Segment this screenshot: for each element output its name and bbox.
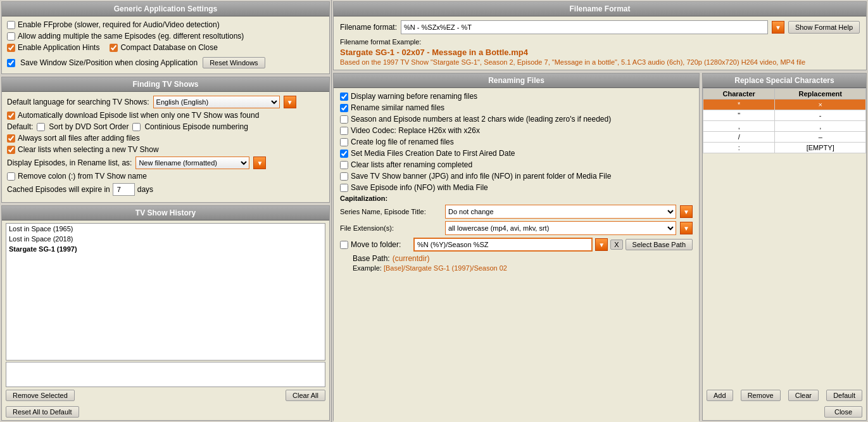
default-label: Default: (7, 122, 33, 131)
app-hints-checkbox[interactable] (7, 44, 15, 52)
move-clear-x-button[interactable]: X (610, 240, 622, 250)
display-dropdown-arrow[interactable]: ▼ (253, 157, 266, 169)
auto-download-label: Automatically download Episode list when… (18, 111, 259, 120)
history-item-1[interactable]: Lost in Space (2018) (6, 234, 325, 244)
char-header: Character (703, 89, 775, 99)
lang-label: Default language for searching TV Shows: (7, 98, 149, 106)
history-empty-area (6, 362, 325, 387)
rename-similar-checkbox[interactable] (340, 104, 348, 112)
display-episodes-select[interactable]: New filename (formatted) (135, 157, 249, 169)
ffprobe-checkbox[interactable] (7, 21, 15, 29)
days-label: days (137, 185, 153, 194)
lang-dropdown-arrow[interactable]: ▼ (284, 96, 296, 108)
file-ext-select[interactable]: all lowercase (mp4, avi, mkv, srt) (445, 221, 676, 235)
set-media-date-checkbox[interactable] (340, 150, 348, 158)
create-log-checkbox[interactable] (340, 138, 348, 146)
series-name-dropdown-arrow[interactable]: ▼ (680, 205, 693, 218)
replace-buttons-row: Add Remove Clear Default (703, 387, 866, 404)
base-path-label: Base Path: (353, 254, 390, 263)
finding-shows-section: Finding TV Shows Default language for se… (1, 77, 330, 203)
show-format-help-button[interactable]: Show Format Help (788, 21, 860, 34)
reset-windows-button[interactable]: Reset Windows (203, 57, 265, 68)
season-ep-numbers-checkbox[interactable] (340, 115, 348, 124)
filename-example-title: Stargate SG-1 - 02x07 - Message in a Bot… (340, 48, 860, 57)
middle-section: Renaming Files Display warning before re… (332, 72, 868, 422)
replace-row-4[interactable]: : [EMPTY] (703, 143, 866, 153)
replace-row-2[interactable]: , , (703, 121, 866, 132)
filename-format-section: Filename Format Filename format: ▼ Show … (333, 1, 867, 70)
sort-dvd-checkbox[interactable] (37, 123, 45, 131)
always-sort-checkbox[interactable] (7, 134, 15, 143)
clear-all-button[interactable]: Clear All (286, 390, 325, 401)
replace-char-3: / (703, 132, 775, 143)
filename-example-label: Filename format Example: (340, 38, 860, 46)
rename-similar-label: Rename similar named files (351, 103, 444, 112)
filename-format-header: Filename Format (334, 2, 866, 16)
filename-input[interactable] (401, 20, 768, 34)
file-ext-dropdown-arrow[interactable]: ▼ (680, 222, 693, 234)
replace-special-header: Replace Special Characters (703, 74, 866, 88)
select-base-path-button[interactable]: Select Base Path (626, 239, 693, 250)
move-to-checkbox[interactable] (340, 241, 348, 249)
replace-table: Character Replacement * × " - (703, 88, 866, 153)
replace-row-1[interactable]: " - (703, 110, 866, 121)
move-dropdown-arrow[interactable]: ▼ (595, 238, 608, 251)
season-ep-numbers-label: Season and Episode numbers at least 2 ch… (351, 115, 611, 124)
clear-after-checkbox[interactable] (340, 161, 348, 169)
display-warning-label: Display warning before renaming files (351, 92, 477, 101)
set-media-date-label: Set Media Files Creation Date to First A… (351, 149, 515, 158)
generic-settings-header: Generic Application Settings (2, 2, 329, 16)
example-path-value: [Base]/Stargate SG-1 (1997)/Season 02 (384, 264, 507, 272)
clear-after-label: Clear lists after renaming completed (351, 160, 472, 169)
save-window-label: Save Window Size/Position when closing A… (20, 58, 198, 67)
display-episodes-label: Display Episodes, in Rename list, as: (7, 158, 132, 167)
replace-char-1: " (703, 110, 775, 121)
multiple-episodes-checkbox[interactable] (7, 32, 15, 41)
continious-label: Continious Episode numbering (144, 122, 248, 131)
move-to-label: Move to folder: (351, 240, 411, 249)
renaming-section: Renaming Files Display warning before re… (333, 73, 700, 421)
clear-button[interactable]: Clear (788, 390, 819, 401)
remove-selected-button[interactable]: Remove Selected (6, 390, 75, 401)
save-episode-nfo-label: Save Episode info (NFO) with Media File (351, 183, 488, 192)
video-codec-checkbox[interactable] (340, 127, 348, 135)
compact-db-checkbox[interactable] (110, 44, 118, 52)
display-warning-checkbox[interactable] (340, 93, 348, 101)
example-path-label: Example: (353, 264, 382, 272)
remove-button[interactable]: Remove (741, 390, 781, 401)
replace-row-3[interactable]: / – (703, 132, 866, 143)
cached-days-input[interactable] (113, 183, 135, 196)
add-button[interactable]: Add (707, 390, 733, 401)
save-window-checkbox[interactable] (7, 59, 15, 67)
app-hints-label: Enable Application Hints (18, 43, 99, 52)
lang-select[interactable]: English (English) (153, 96, 280, 108)
replace-repl-0: × (775, 99, 866, 110)
continious-checkbox[interactable] (132, 123, 141, 131)
reset-all-button[interactable]: Reset All to Default (6, 406, 79, 418)
ffprobe-label: Enable FFprobe (slower, required for Aud… (18, 20, 220, 29)
default-button[interactable]: Default (826, 390, 862, 401)
tv-history-section: TV Show History Lost in Space (1965) Los… (1, 205, 330, 421)
replace-row-0[interactable]: * × (703, 99, 866, 110)
history-item-2[interactable]: Stargate SG-1 (1997) (6, 244, 325, 254)
save-banner-label: Save TV Show banner (JPG) and info file … (351, 172, 611, 181)
replace-char-0: * (703, 99, 775, 110)
move-to-input[interactable] (413, 238, 593, 252)
save-banner-checkbox[interactable] (340, 172, 348, 181)
remove-colon-label: Remove colon (:) from TV Show name (18, 172, 147, 181)
clear-lists-checkbox[interactable] (7, 146, 15, 154)
cached-label: Cached Episodes will expire in (7, 185, 110, 194)
base-path-value: (currentdir) (393, 254, 430, 263)
series-name-select[interactable]: Do not change (445, 205, 676, 219)
close-button-row: Close (703, 404, 866, 420)
history-item-0[interactable]: Lost in Space (1965) (6, 224, 325, 234)
close-button[interactable]: Close (824, 406, 862, 418)
always-sort-label: Always sort all files after adding files (18, 134, 140, 143)
filename-dropdown-arrow[interactable]: ▼ (772, 21, 784, 34)
remove-colon-checkbox[interactable] (7, 172, 15, 181)
save-episode-nfo-checkbox[interactable] (340, 184, 348, 192)
auto-download-checkbox[interactable] (7, 112, 15, 120)
replace-repl-3: – (775, 132, 866, 143)
renaming-header: Renaming Files (334, 74, 699, 88)
multiple-episodes-label: Allow adding multiple the same Episodes … (18, 32, 244, 41)
